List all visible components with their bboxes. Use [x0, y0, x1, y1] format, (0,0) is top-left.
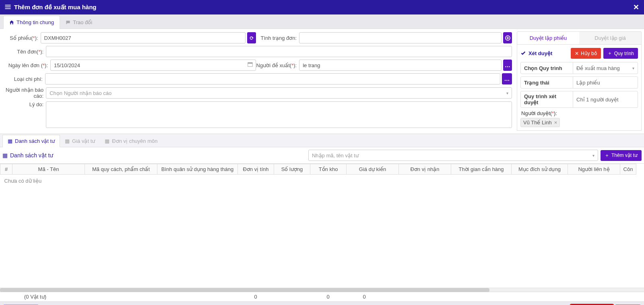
- refresh-button[interactable]: [247, 32, 256, 43]
- col-need-time: Thời gian cần hàng: [451, 164, 512, 175]
- status-add-button[interactable]: [503, 32, 512, 43]
- h-scrollbar-thumb[interactable]: [0, 288, 489, 292]
- h-scrollbar[interactable]: [0, 288, 644, 292]
- col-purpose: Mục đích sử dụng: [512, 164, 568, 175]
- list-title: ▦ Danh sách vật tư: [2, 152, 54, 159]
- material-search-placeholder: Nhập mã, tên vật tư: [312, 152, 359, 159]
- proposer-lookup-button[interactable]: …: [503, 60, 512, 71]
- report-to-placeholder: Chọn Người nhận báo cáo: [50, 90, 111, 96]
- date-label: Ngày lên đơn (*):: [0, 62, 50, 68]
- add-material-button[interactable]: ＋ Thêm vật tư: [601, 150, 642, 161]
- process-button[interactable]: ＋ Quy trình: [603, 48, 638, 59]
- col-contact: Người liên hệ: [568, 164, 620, 175]
- date-input[interactable]: [50, 60, 256, 71]
- side-tab-approve-price[interactable]: Duyệt lập giá: [579, 32, 641, 44]
- check-icon: [520, 51, 526, 56]
- report-to-select[interactable]: Chọn Người nhận báo cáo: [46, 87, 512, 99]
- cost-type-input[interactable]: [45, 73, 500, 84]
- svg-rect-0: [5, 5, 11, 6]
- col-spec: Mã quy cách, phẩm chất: [85, 164, 157, 175]
- plus-icon: ＋: [605, 152, 609, 159]
- grid-icon: ▦: [8, 138, 12, 144]
- x-icon: ✕: [575, 51, 579, 56]
- col-extra: Côn: [620, 164, 636, 175]
- summary-count: (0 Vật tư): [12, 294, 85, 300]
- process-value: Chỉ 1 người duyệt: [573, 91, 638, 107]
- status-input[interactable]: [299, 32, 502, 43]
- cost-type-label: Loại chi phí:: [0, 76, 45, 82]
- modal-header: Thêm đơn đề xuất mua hàng ✕: [0, 0, 644, 14]
- summary-v1: 0: [237, 294, 274, 300]
- grid-icon: ▦: [105, 138, 109, 144]
- reason-label: Lý do:: [0, 101, 46, 107]
- summary-row: (0 Vật tư) 0 0 0: [0, 292, 644, 301]
- proposer-input[interactable]: [299, 60, 502, 71]
- empty-text: Chưa có dữ liệu: [0, 175, 636, 188]
- summary-v2: 0: [310, 294, 346, 300]
- col-stock: Tồn kho: [310, 164, 347, 175]
- col-unit: Đơn vị tính: [238, 164, 274, 175]
- chat-icon: [66, 20, 70, 25]
- close-icon[interactable]: ✕: [633, 3, 639, 12]
- report-to-label: Người nhận báo cáo:: [0, 87, 46, 99]
- proposer-label: Người đề xuất(*):: [256, 62, 299, 68]
- select-process-field[interactable]: Chọn Quy trình Đề xuất mua hàng: [520, 62, 638, 74]
- grid-icon: ▦: [65, 138, 70, 144]
- sub-tab-bar: ▦ Danh sách vật tư ▦ Giá vật tư ▦ Đơn vị…: [0, 134, 644, 147]
- subtab-materials[interactable]: ▦ Danh sách vật tư: [2, 135, 60, 147]
- summary-v3: 0: [346, 294, 382, 300]
- col-avg-monthly: Bình quân sử dụng hàng tháng: [157, 164, 238, 175]
- plus-icon: ＋: [607, 50, 612, 57]
- material-search-select[interactable]: Nhập mã, tên vật tư: [308, 150, 598, 161]
- status-label: Tình trạng đơn:: [256, 35, 299, 41]
- subtab-prices[interactable]: ▦ Giá vật tư: [60, 135, 100, 147]
- modal-title: Thêm đơn đề xuất mua hàng: [14, 4, 97, 11]
- voucher-no-input[interactable]: [41, 32, 246, 43]
- tab-bar: Thông tin chung Trao đổi: [0, 14, 644, 29]
- svg-rect-5: [506, 37, 509, 38]
- cost-type-lookup-button[interactable]: …: [502, 73, 512, 84]
- footer-bar: Đính kèm 4 Lưu thông tin ✕ Đóng: [0, 301, 644, 305]
- voucher-no-label: Số phiếu(*):: [0, 35, 41, 41]
- table-header-row: # Mã - Tên Mã quy cách, phẩm chất Bình q…: [0, 164, 636, 175]
- reviewer-tag[interactable]: Vũ Thế Linh ×: [520, 118, 560, 127]
- approve-title: Xét duyệt: [520, 50, 552, 56]
- subtab-dept[interactable]: ▦ Đơn vị chuyên môn: [100, 135, 162, 147]
- remove-tag-icon[interactable]: ×: [554, 120, 557, 126]
- status-field: Trạng thái Lập phiếu: [520, 76, 638, 89]
- col-qty: Số lượng: [274, 164, 310, 175]
- select-process-value: Đề xuất mua hàng: [573, 62, 638, 74]
- tab-general-label: Thông tin chung: [17, 19, 54, 25]
- empty-row: Chưa có dữ liệu: [0, 175, 636, 188]
- status-value: Lập phiếu: [573, 77, 638, 88]
- home-icon: [9, 20, 14, 25]
- svg-rect-2: [5, 8, 11, 9]
- reason-input[interactable]: [46, 101, 512, 128]
- name-label: Tên đơn(*):: [0, 49, 46, 55]
- tab-discuss-label: Trao đổi: [73, 19, 92, 25]
- col-code-name: Mã - Tên: [12, 164, 85, 175]
- side-tab-approve-voucher[interactable]: Duyệt lập phiếu: [517, 32, 579, 44]
- reviewer-label: Người duyệt(*):: [521, 110, 638, 116]
- process-field: Quy trình xét duyệt Chỉ 1 người duyệt: [520, 91, 638, 108]
- name-input[interactable]: [46, 46, 512, 57]
- list-icon: [5, 4, 11, 10]
- svg-rect-1: [5, 6, 11, 7]
- tab-discuss[interactable]: Trao đổi: [60, 16, 98, 29]
- col-index: #: [0, 164, 12, 175]
- material-table: # Mã - Tên Mã quy cách, phẩm chất Bình q…: [0, 163, 644, 187]
- side-tabs: Duyệt lập phiếu Duyệt lập giá: [517, 31, 642, 44]
- cancel-approve-button[interactable]: ✕ Hủy bỏ: [571, 48, 601, 59]
- col-recv-unit: Đơn vị nhận: [399, 164, 451, 175]
- tab-general[interactable]: Thông tin chung: [3, 16, 60, 29]
- grid-icon: ▦: [2, 152, 8, 159]
- col-est-price: Giá dự kiến: [347, 164, 399, 175]
- reviewer-name: Vũ Thế Linh: [523, 120, 552, 126]
